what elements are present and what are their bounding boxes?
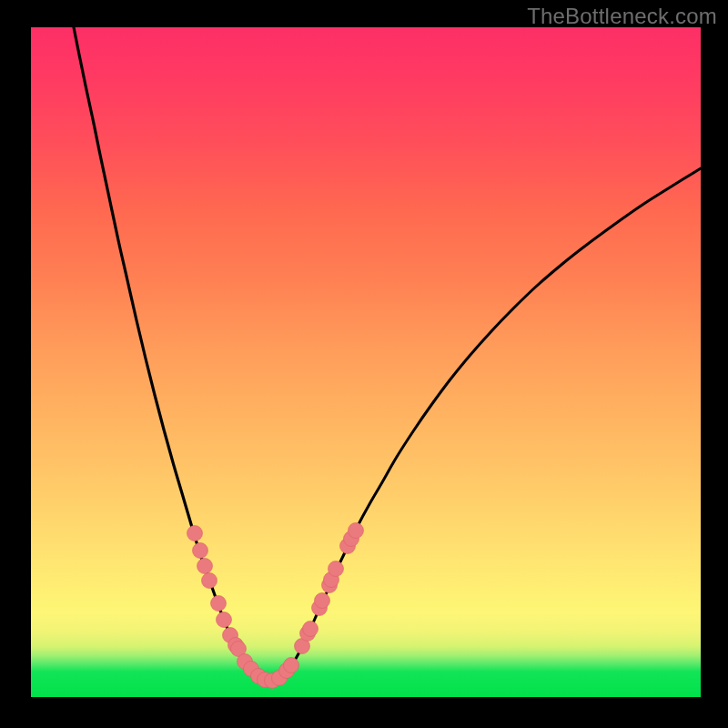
data-marker: [315, 593, 330, 609]
data-marker: [217, 612, 232, 628]
curve-markers: [187, 523, 364, 689]
data-marker: [187, 526, 203, 541]
chart-plot-area: [31, 27, 701, 697]
data-marker: [303, 622, 318, 637]
data-marker: [329, 561, 344, 577]
curve-left: [74, 27, 272, 681]
data-marker: [193, 543, 208, 559]
chart-svg: [31, 27, 701, 697]
data-marker: [284, 658, 299, 673]
data-marker: [349, 523, 364, 539]
curve-right: [272, 168, 701, 681]
data-marker: [211, 596, 227, 612]
watermark-text: TheBottleneck.com: [527, 4, 717, 29]
data-marker: [197, 559, 213, 574]
chart-frame: TheBottleneck.com: [0, 0, 728, 728]
data-marker: [202, 573, 217, 589]
